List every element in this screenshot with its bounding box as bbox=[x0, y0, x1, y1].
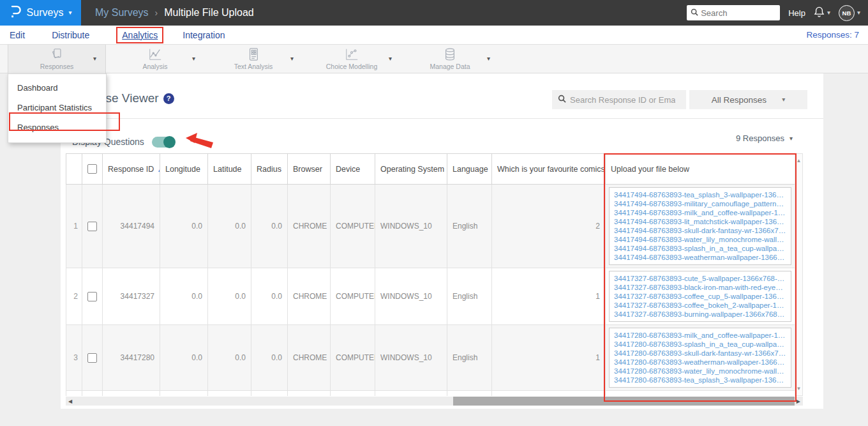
response-filter-select[interactable]: All Responses ▾ bbox=[689, 90, 807, 109]
file-link[interactable]: 34417494-68763893-splash_in_a_tea_cup-wa… bbox=[614, 244, 786, 253]
cell-language bbox=[447, 391, 492, 397]
header-browser[interactable]: Browser bbox=[288, 154, 331, 185]
response-search[interactable] bbox=[552, 90, 686, 109]
file-link[interactable]: 34417280-68763893-splash_in_a_tea_cup-wa… bbox=[614, 340, 786, 349]
questionpro-logo-icon bbox=[10, 4, 22, 21]
notifications-menu[interactable]: ▾ bbox=[814, 6, 830, 20]
header-row-number bbox=[66, 154, 82, 185]
cell-response-id: 34417327 bbox=[103, 268, 160, 325]
file-link[interactable]: 34417494-68763893-tea_splash_3-wallpaper… bbox=[614, 190, 786, 199]
vertical-scrollbar[interactable]: ▲ ▼ bbox=[795, 153, 803, 396]
search-icon bbox=[691, 7, 698, 19]
file-link[interactable]: 34417327-68763893-black-iron-man-with-re… bbox=[614, 283, 786, 292]
global-search-input[interactable] bbox=[701, 8, 771, 18]
header-language[interactable]: Language bbox=[447, 154, 492, 185]
breadcrumb-parent[interactable]: My Surveys bbox=[95, 7, 149, 19]
help-link[interactable]: Help bbox=[788, 8, 805, 18]
file-link[interactable]: 34417327-68763893-cute_5-wallpaper-1366x… bbox=[614, 274, 786, 283]
cell-device: COMPUTER bbox=[331, 325, 375, 391]
scroll-up-icon[interactable]: ▲ bbox=[795, 158, 802, 164]
file-link[interactable]: 34417280-68763893-water_lily_monochrome-… bbox=[614, 367, 786, 376]
cell-response-id bbox=[103, 391, 160, 397]
file-link[interactable]: 34417494-68763893-military_camouflage_pa… bbox=[614, 199, 786, 208]
scroll-left-icon[interactable]: ◀ bbox=[68, 399, 72, 404]
cell-browser bbox=[288, 391, 331, 397]
cell-row-number: 3 bbox=[66, 325, 82, 391]
global-search[interactable] bbox=[687, 5, 780, 20]
file-link[interactable]: 34417327-68763893-burning-wallpaper-1366… bbox=[614, 310, 786, 319]
breadcrumb-current: Multiple File Upload bbox=[164, 7, 254, 19]
cell-longitude: 0.0 bbox=[160, 325, 208, 391]
toolbar-item-responses[interactable]: Responses ▾ bbox=[8, 45, 106, 73]
responses-table-region: Response ID▲ Longitude Latitude Radius B… bbox=[66, 153, 803, 405]
table-row: 2344173270.00.00.0CHROMECOMPUTERWINDOWS_… bbox=[66, 268, 795, 325]
scroll-right-icon[interactable]: ▶ bbox=[797, 399, 800, 404]
chevron-down-icon: ▾ bbox=[827, 10, 830, 16]
help-circle-icon[interactable]: ? bbox=[163, 93, 174, 104]
cell-os bbox=[375, 391, 447, 397]
file-link[interactable]: 34417494-68763893-water_lily_monochrome-… bbox=[614, 235, 786, 244]
survey-tabbar: Edit Distribute Analytics Integration Re… bbox=[0, 26, 868, 45]
scroll-down-icon[interactable]: ▼ bbox=[795, 386, 802, 392]
file-link[interactable]: 34417494-68763893-weatherman-wallpaper-1… bbox=[614, 253, 786, 262]
row-checkbox[interactable] bbox=[87, 353, 97, 363]
tab-edit[interactable]: Edit bbox=[10, 30, 25, 40]
cell-os: WINDOWS_10 bbox=[375, 185, 447, 268]
response-filter-value: All Responses bbox=[712, 95, 767, 105]
cell-language: English bbox=[447, 268, 492, 325]
header-operating-system[interactable]: Operating System bbox=[375, 154, 447, 185]
file-link[interactable]: 34417327-68763893-coffee_cup_5-wallpaper… bbox=[614, 292, 786, 301]
cell-row-number: 2 bbox=[66, 268, 82, 325]
file-link[interactable]: 34417494-68763893-lit_matchstick-wallpap… bbox=[614, 217, 786, 226]
responses-table: Response ID▲ Longitude Latitude Radius B… bbox=[66, 153, 795, 396]
menu-item-responses[interactable]: Responses bbox=[8, 118, 106, 137]
header-upload-question[interactable]: Upload your file below bbox=[606, 154, 795, 185]
row-checkbox[interactable] bbox=[87, 292, 97, 301]
response-search-input[interactable] bbox=[570, 95, 675, 105]
toolbar-item-analysis[interactable]: Analysis ▾ bbox=[106, 45, 204, 73]
horizontal-scrollbar-thumb[interactable] bbox=[453, 397, 795, 406]
cell-radius: 0.0 bbox=[251, 268, 288, 325]
header-latitude[interactable]: Latitude bbox=[208, 154, 251, 185]
responses-page-size-dropdown[interactable]: 9 Responses ▾ bbox=[736, 133, 793, 143]
tab-integration[interactable]: Integration bbox=[183, 30, 225, 40]
cell-os: WINDOWS_10 bbox=[375, 268, 447, 325]
cell-response-id: 34417494 bbox=[103, 185, 160, 268]
account-menu[interactable]: NB ▾ bbox=[839, 5, 860, 21]
display-questions-toggle[interactable] bbox=[152, 137, 175, 148]
header-comics-question[interactable]: Which is your favourite comics? bbox=[492, 154, 606, 185]
file-link[interactable]: 34417280-68763893-tea_splash_3-wallpaper… bbox=[614, 376, 786, 384]
toolbar-item-manage-data[interactable]: Manage Data ▾ bbox=[401, 45, 499, 73]
file-link[interactable]: 34417327-68763893-coffee_bokeh_2-wallpap… bbox=[614, 301, 786, 310]
toolbar-item-choice-modelling[interactable]: Choice Modelling ▾ bbox=[303, 45, 401, 73]
surveys-menu[interactable]: Surveys ▾ bbox=[0, 0, 81, 26]
toolbar-item-text-analysis[interactable]: Text Analysis ▾ bbox=[204, 45, 303, 73]
cell-latitude: 0.0 bbox=[208, 325, 251, 391]
cell-checkbox bbox=[82, 391, 103, 397]
analytics-toolbar: Responses ▾ Analysis ▾ Text Analysis ▾ bbox=[0, 45, 868, 73]
file-link[interactable]: 34417494-68763893-skull-dark-fantasy-wr-… bbox=[614, 226, 786, 235]
header-response-id[interactable]: Response ID▲ bbox=[103, 154, 160, 185]
row-checkbox[interactable] bbox=[87, 222, 97, 231]
breadcrumb-separator-icon: › bbox=[155, 8, 158, 18]
chevron-down-icon: ▾ bbox=[782, 96, 785, 103]
file-link[interactable]: 34417280-68763893-weatherman-wallpaper-1… bbox=[614, 358, 786, 367]
toolbar-label: Analysis bbox=[142, 63, 167, 70]
header-device[interactable]: Device bbox=[331, 154, 375, 185]
sort-asc-icon: ▲ bbox=[157, 167, 160, 173]
header-radius[interactable]: Radius bbox=[251, 154, 288, 185]
cell-language: English bbox=[447, 325, 492, 391]
horizontal-scrollbar[interactable]: ◀ ▶ bbox=[66, 397, 803, 406]
file-link[interactable]: 34417280-68763893-skull-dark-fantasy-wr-… bbox=[614, 349, 786, 358]
cell-browser: CHROME bbox=[288, 185, 331, 268]
menu-item-participant-statistics[interactable]: Participant Statistics bbox=[8, 98, 106, 118]
file-link[interactable]: 34417494-68763893-milk_and_coffee-wallpa… bbox=[614, 208, 786, 217]
file-link[interactable]: 34417280-68763893-milk_and_coffee-wallpa… bbox=[614, 331, 786, 340]
menu-item-dashboard[interactable]: Dashboard bbox=[8, 78, 106, 98]
file-list: 34417280-68763893-milk_and_coffee-wallpa… bbox=[609, 328, 791, 388]
select-all-checkbox[interactable] bbox=[87, 164, 97, 174]
cell-comics-answer: 2 bbox=[492, 185, 606, 268]
tab-analytics[interactable]: Analytics bbox=[116, 27, 163, 43]
header-longitude[interactable]: Longitude bbox=[160, 154, 208, 185]
tab-distribute[interactable]: Distribute bbox=[52, 30, 89, 40]
